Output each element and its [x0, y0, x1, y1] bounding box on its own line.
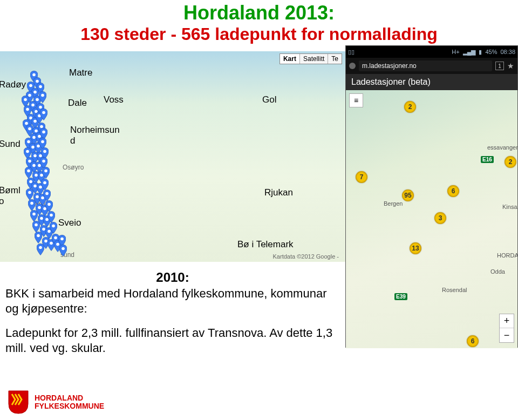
label-matre: Matre [69, 67, 92, 78]
site-favicon-icon [349, 63, 356, 69]
map-tab-terrain[interactable]: Te [328, 54, 342, 64]
label-voss: Voss [104, 94, 124, 105]
map-pin-icon[interactable] [32, 221, 40, 233]
svg-point-60 [52, 225, 55, 228]
svg-point-32 [43, 150, 46, 153]
description-block: 2010: BKK i samarbeid med Hordaland fylk… [0, 270, 345, 355]
svg-point-2 [29, 84, 32, 87]
map-city-label: Rosendal [442, 287, 467, 293]
cluster-marker[interactable]: 13 [410, 242, 421, 254]
road-shield: E39 [394, 293, 407, 300]
label-gol: Gol [262, 94, 276, 105]
map-pin-icon[interactable] [42, 167, 50, 179]
map-pin-icon[interactable] [25, 167, 32, 179]
zoom-control[interactable]: + − [499, 314, 514, 343]
layer-button[interactable]: ≡ [349, 93, 363, 107]
description-p2: Ladepunkt for 2,3 mill. fullfinansiert a… [5, 326, 340, 355]
svg-point-34 [27, 170, 30, 173]
cluster-marker[interactable]: 3 [434, 212, 446, 224]
url-input[interactable]: m.ladestasjoner.no [359, 60, 492, 71]
map-pin-icon[interactable] [45, 200, 53, 212]
left-map: Kart Satellitt Te Radøy Matre Dale Voss … [0, 51, 345, 262]
svg-point-29 [33, 154, 37, 158]
svg-point-36 [42, 160, 45, 163]
bookmark-star-icon[interactable]: ★ [507, 62, 514, 70]
svg-point-64 [54, 236, 57, 240]
svg-point-8 [41, 94, 44, 97]
map-pin-icon[interactable] [28, 199, 36, 211]
svg-point-17 [42, 111, 45, 114]
status-signal-bars-icon: ▂▄▆ [463, 49, 476, 56]
svg-point-40 [44, 170, 47, 173]
label-norheimsund: Norheimsun d [70, 125, 124, 146]
svg-point-45 [36, 195, 39, 199]
description-year: 2010: [5, 270, 340, 285]
map-pin-icon[interactable] [40, 109, 47, 120]
svg-point-18 [28, 127, 31, 131]
svg-point-10 [26, 108, 29, 111]
browser-urlbar[interactable]: m.ladestasjoner.no 1 ★ [346, 58, 517, 74]
svg-point-50 [32, 213, 36, 216]
map-tab-satellitt[interactable]: Satellitt [300, 54, 328, 64]
cluster-marker[interactable]: 2 [505, 156, 516, 168]
map-pin-icon[interactable] [50, 222, 57, 234]
svg-point-41 [33, 185, 37, 188]
map-tab-kart[interactable]: Kart [280, 54, 300, 64]
svg-point-56 [50, 214, 53, 217]
cluster-marker[interactable]: 7 [356, 171, 367, 183]
svg-point-61 [44, 240, 47, 243]
map-place-osoyro: Osøyro [63, 164, 84, 171]
svg-point-3 [39, 85, 42, 89]
cluster-marker[interactable]: 6 [467, 335, 479, 347]
map-pin-icon[interactable] [30, 210, 38, 222]
status-time: 08:38 [500, 49, 515, 55]
svg-point-46 [30, 202, 33, 205]
label-radoy: Radøy [0, 79, 26, 90]
cluster-marker[interactable]: 2 [404, 101, 416, 113]
svg-point-26 [26, 150, 29, 153]
svg-point-67 [62, 247, 65, 250]
map-pin-icon[interactable] [35, 232, 42, 243]
app-header: Ladestasjoner (beta) [346, 74, 517, 90]
zoom-out-button[interactable]: − [500, 328, 514, 342]
map-type-tabs[interactable]: Kart Satellitt Te [280, 53, 342, 64]
svg-point-4 [33, 91, 37, 94]
svg-point-0 [32, 73, 36, 77]
map-city-label: HORDA [497, 252, 518, 259]
map-city-label: essavangen [487, 144, 518, 151]
label-rjukan: Rjukan [264, 187, 293, 198]
status-network-icon: H+ [452, 49, 459, 55]
phone-map[interactable]: ≡ 2795613326 E16E39 BergenessavangenKins… [346, 90, 517, 348]
title-line2: 130 steder - 565 ladepunkt for normallad… [0, 24, 518, 44]
map-city-label: Kinsa [502, 204, 517, 210]
cluster-marker[interactable]: 6 [447, 185, 459, 197]
svg-point-44 [43, 181, 46, 185]
road-shield: E16 [481, 156, 494, 163]
label-sund: Sund [0, 139, 21, 150]
cluster-marker[interactable]: 95 [402, 189, 414, 201]
map-pin-icon[interactable] [39, 91, 46, 103]
title-line1: Hordaland 2013: [0, 2, 518, 24]
svg-point-58 [37, 234, 40, 238]
svg-point-57 [42, 228, 45, 231]
footer-text: HORDALAND FYLKESKOMMUNE [35, 394, 104, 410]
label-bo: Bø i Telemark [237, 239, 294, 250]
svg-point-53 [40, 217, 43, 220]
svg-point-37 [35, 174, 38, 177]
svg-point-25 [31, 146, 35, 149]
label-sveio: Sveio [58, 218, 81, 228]
svg-point-24 [42, 131, 45, 134]
map-pin-icon[interactable] [47, 211, 55, 223]
map-pin-icon[interactable] [37, 243, 44, 255]
map-pin-icon[interactable] [41, 179, 49, 191]
map-pin-icon[interactable] [43, 189, 51, 201]
map-pin-icon[interactable] [26, 188, 33, 200]
footer-logo: HORDALAND FYLKESKOMMUNE [8, 390, 104, 415]
footer-line2: FYLKESKOMMUNE [35, 402, 104, 410]
map-pin-icon[interactable] [59, 245, 67, 256]
svg-point-48 [45, 192, 49, 195]
tab-count[interactable]: 1 [495, 62, 504, 70]
svg-point-66 [60, 238, 64, 241]
zoom-in-button[interactable]: + [500, 314, 514, 328]
svg-point-33 [32, 164, 36, 167]
